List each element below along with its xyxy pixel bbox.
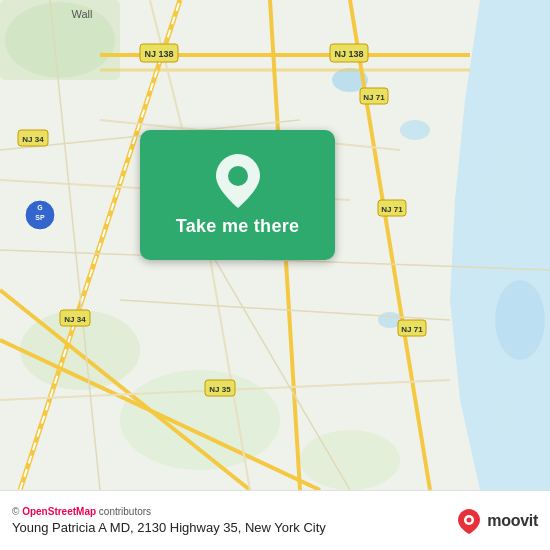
svg-point-9 bbox=[5, 2, 115, 78]
take-me-there-label: Take me there bbox=[176, 216, 300, 237]
svg-point-4 bbox=[485, 395, 525, 445]
svg-point-10 bbox=[120, 370, 280, 470]
svg-text:NJ 71: NJ 71 bbox=[381, 205, 403, 214]
svg-text:NJ 34: NJ 34 bbox=[64, 315, 86, 324]
svg-text:SP: SP bbox=[35, 214, 45, 221]
place-address: Young Patricia A MD, 2130 Highway 35, Ne… bbox=[12, 520, 326, 535]
svg-text:Wall: Wall bbox=[72, 8, 93, 20]
svg-point-12 bbox=[300, 430, 400, 490]
svg-text:NJ 71: NJ 71 bbox=[401, 325, 423, 334]
osm-attribution: © OpenStreetMap © OpenStreetMap contribu… bbox=[12, 506, 326, 517]
take-me-there-button[interactable]: Take me there bbox=[140, 130, 335, 260]
svg-point-2 bbox=[480, 130, 540, 230]
svg-text:G: G bbox=[37, 204, 43, 211]
moovit-logo: moovit bbox=[455, 507, 538, 535]
moovit-brand-icon bbox=[455, 507, 483, 535]
svg-point-53 bbox=[467, 517, 472, 522]
svg-text:NJ 138: NJ 138 bbox=[334, 49, 363, 59]
svg-text:NJ 35: NJ 35 bbox=[209, 385, 231, 394]
location-pin-icon bbox=[216, 154, 260, 208]
svg-text:NJ 138: NJ 138 bbox=[144, 49, 173, 59]
attribution-and-address: © OpenStreetMap © OpenStreetMap contribu… bbox=[12, 506, 326, 535]
svg-point-51 bbox=[228, 166, 248, 186]
map-area: NJ 138 NJ 138 NJ 34 NJ 34 NJ 35 NJ 71 NJ… bbox=[0, 0, 550, 490]
svg-text:NJ 34: NJ 34 bbox=[22, 135, 44, 144]
bottom-bar: © OpenStreetMap © OpenStreetMap contribu… bbox=[0, 490, 550, 550]
osm-link: OpenStreetMap bbox=[22, 506, 96, 517]
svg-point-3 bbox=[495, 280, 545, 360]
svg-text:NJ 71: NJ 71 bbox=[363, 93, 385, 102]
moovit-brand-name: moovit bbox=[487, 512, 538, 530]
svg-point-6 bbox=[400, 120, 430, 140]
